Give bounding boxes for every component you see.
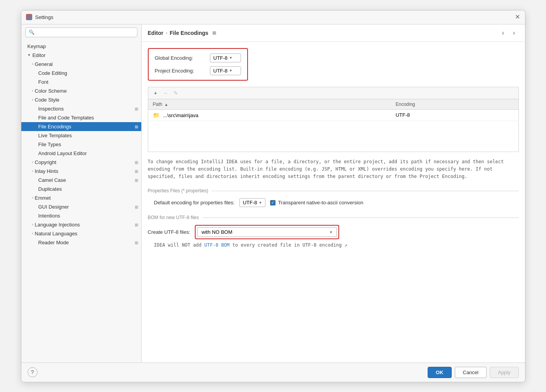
help-button[interactable]: ? <box>28 367 38 377</box>
sidebar-item-font[interactable]: Font <box>21 78 141 86</box>
sidebar-item-general[interactable]: › General <box>21 60 141 69</box>
sidebar-item-code-style[interactable]: › Code Style <box>21 95 141 104</box>
project-encoding-select[interactable]: UTF-8 ▼ <box>210 66 241 75</box>
gui-designer-label: GUI Designer <box>38 204 69 210</box>
properties-section-line <box>211 191 519 191</box>
window-title: Settings <box>35 14 515 20</box>
search-icon: 🔍 <box>29 29 35 35</box>
breadcrumb-current: File Encodings <box>170 30 208 36</box>
nav-tree: Keymap ▼ Editor › General Code Editing F… <box>21 40 141 249</box>
code-style-chevron: › <box>32 98 33 102</box>
code-style-label: Code Style <box>35 97 60 103</box>
props-row: Default encoding for properties files: U… <box>148 198 519 207</box>
sidebar-item-gui-designer[interactable]: GUI Designer <box>21 202 141 211</box>
search-input[interactable] <box>37 29 134 35</box>
sidebar-item-android-layout-editor[interactable]: Android Layout Editor <box>21 149 141 158</box>
sidebar-item-camel-case[interactable]: Camel Case <box>21 176 141 185</box>
checkbox-check-icon: ✓ <box>271 201 274 205</box>
bom-select-arrow: ▼ <box>329 230 333 234</box>
global-encoding-select[interactable]: UTF-8 ▼ <box>210 54 241 62</box>
emmet-label: Emmet <box>35 195 51 201</box>
bom-info: IDEA will NOT add UTF-8 BOM to every cre… <box>148 242 519 248</box>
edit-path-button[interactable]: ✎ <box>172 89 180 97</box>
global-encoding-value: UTF-8 <box>213 55 228 61</box>
sidebar-item-live-templates[interactable]: Live Templates <box>21 131 141 140</box>
search-box[interactable]: 🔍 <box>25 28 137 37</box>
copyright-label: Copyright <box>35 159 57 165</box>
default-encoding-label: Default encoding for properties files: <box>154 200 235 205</box>
path-toolbar: + − ✎ <box>148 87 519 99</box>
file-encodings-label: File Encodings <box>38 124 71 130</box>
table-row[interactable]: 📁 ...\src\main\java UTF-8 <box>148 109 518 121</box>
sidebar-item-editor[interactable]: ▼ Editor <box>21 51 141 60</box>
bom-info-link[interactable]: UTF-8 BOM <box>205 242 230 248</box>
bom-info-text: IDEA will NOT add <box>154 242 205 248</box>
ok-button[interactable]: OK <box>428 367 452 378</box>
reader-mode-label: Reader Mode <box>38 240 69 245</box>
add-path-button[interactable]: + <box>151 89 160 97</box>
sidebar-item-copyright[interactable]: › Copyright <box>21 158 141 167</box>
language-injections-label: Language Injections <box>35 222 80 228</box>
camel-case-label: Camel Case <box>38 177 66 183</box>
cancel-button[interactable]: Cancel <box>455 367 487 378</box>
properties-section-label: Properties Files (*.properties) <box>148 188 208 193</box>
path-table-body: 📁 ...\src\main\java UTF-8 <box>148 109 518 152</box>
content-body: Global Encoding: UTF-8 ▼ Project Encodin… <box>142 42 525 363</box>
path-table: Path ▲ Encoding 📁 <box>148 99 519 152</box>
nav-back-button[interactable]: ‹ <box>499 28 508 38</box>
sidebar-item-color-scheme[interactable]: › Color Scheme <box>21 86 141 95</box>
transparent-checkbox-row: ✓ Transparent native-to-ascii conversion <box>270 200 363 205</box>
breadcrumb-separator: › <box>166 30 167 36</box>
remove-path-button[interactable]: − <box>161 89 170 97</box>
language-injections-chevron: › <box>32 223 33 226</box>
sidebar-item-duplicates[interactable]: Duplicates <box>21 185 141 193</box>
bom-section-line <box>202 218 519 218</box>
nav-forward-button[interactable]: › <box>510 28 519 38</box>
emmet-chevron: › <box>32 196 33 200</box>
sidebar-item-file-types[interactable]: File Types <box>21 140 141 149</box>
path-value: ...\src\main\java <box>163 112 198 118</box>
path-cell: 📁 ...\src\main\java <box>148 109 391 121</box>
font-label: Font <box>38 79 49 85</box>
copyright-chevron: › <box>32 160 33 164</box>
bom-section-label: BOM for new UTF-8 files <box>148 215 199 220</box>
duplicates-label: Duplicates <box>38 186 62 192</box>
nav-arrows: ‹ › <box>499 28 519 38</box>
default-encoding-arrow: ▼ <box>258 201 262 205</box>
sidebar-item-code-editing[interactable]: Code Editing <box>21 69 141 78</box>
global-encoding-row: Global Encoding: UTF-8 ▼ <box>155 54 241 62</box>
file-code-templates-label: File and Code Templates <box>38 115 94 121</box>
sidebar-item-natural-languages[interactable]: › Natural Languages <box>21 229 141 238</box>
sidebar-item-intentions[interactable]: Intentions <box>21 211 141 220</box>
inspections-label: Inspections <box>38 106 64 112</box>
encoding-column-header[interactable]: Encoding <box>391 99 518 109</box>
bom-section-divider: BOM for new UTF-8 files <box>148 215 519 220</box>
sidebar-item-emmet[interactable]: › Emmet <box>21 193 141 202</box>
editor-chevron: ▼ <box>28 53 31 57</box>
project-encoding-dropdown-arrow: ▼ <box>229 69 232 73</box>
sidebar-item-keymap[interactable]: Keymap <box>21 42 141 51</box>
sidebar-item-reader-mode[interactable]: Reader Mode <box>21 238 141 247</box>
sidebar-item-file-encodings[interactable]: File Encodings <box>21 122 141 131</box>
apply-button[interactable]: Apply <box>490 367 519 378</box>
natural-languages-label: Natural Languages <box>35 231 78 237</box>
natural-languages-chevron: › <box>32 231 33 235</box>
path-sort-arrow: ▲ <box>165 102 168 107</box>
color-scheme-chevron: › <box>32 89 33 93</box>
bom-select[interactable]: with NO BOM ▼ <box>197 227 337 237</box>
sidebar-item-inspections[interactable]: Inspections <box>21 104 141 113</box>
sidebar-item-language-injections[interactable]: › Language Injections <box>21 220 141 229</box>
sidebar-item-file-code-templates[interactable]: File and Code Templates <box>21 113 141 122</box>
path-col-label: Path <box>153 102 163 107</box>
default-encoding-select[interactable]: UTF-8 ▼ <box>239 198 266 207</box>
content-header: Editor › File Encodings ▦ ‹ › <box>142 24 525 42</box>
transparent-checkbox[interactable]: ✓ <box>270 200 276 205</box>
path-column-header[interactable]: Path ▲ <box>148 99 391 109</box>
encoding-col-label: Encoding <box>395 102 415 107</box>
inlay-hints-chevron: › <box>32 169 33 173</box>
editor-label: Editor <box>32 52 45 58</box>
sidebar-item-inlay-hints[interactable]: › Inlay Hints <box>21 167 141 176</box>
android-layout-editor-label: Android Layout Editor <box>38 150 87 156</box>
close-button[interactable]: ✕ <box>515 14 520 20</box>
bom-info-arrow: ↗ <box>345 242 347 248</box>
